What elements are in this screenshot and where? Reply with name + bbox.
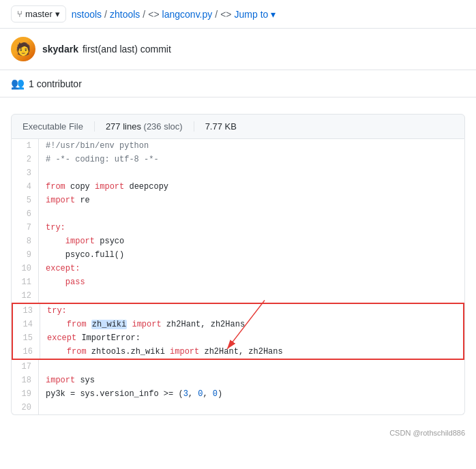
line-number[interactable]: 6 [12,207,39,221]
line-code: from copy import deepcopy [39,180,464,194]
line-code: # -*- coding: utf-8 -*- [39,153,464,166]
watermark-text: CSDN @rothschild886 [389,429,465,437]
line-number[interactable]: 20 [12,401,39,414]
line-code [39,166,464,180]
table-row: 9 psyco.full() [12,248,464,262]
line-number[interactable]: 16 [13,345,40,359]
branch-dropdown-icon: ▾ [55,9,60,19]
table-row: 4 from copy import deepcopy [12,180,464,194]
avatar-image: 🧑 [11,37,35,61]
line-code [39,289,464,303]
table-row: 14 from zh_wiki import zh2Hant, zh2Hans [12,318,464,331]
avatar: 🧑 [11,37,35,61]
watermark: CSDN @rothschild886 [0,426,476,442]
breadcrumb-file[interactable]: langconv.py [162,9,213,20]
line-number[interactable]: 11 [12,275,39,289]
line-number[interactable]: 5 [12,194,39,207]
table-row: 2 # -*- coding: utf-8 -*- [12,153,464,166]
branch-icon: ⑂ [17,9,23,19]
file-size: 7.77 KB [194,121,237,132]
table-row: 3 [12,166,464,180]
line-code: import sys [39,374,464,387]
jump-to-label: Jump to [235,9,269,20]
line-number[interactable]: 4 [12,180,39,194]
breadcrumb-sep-1: / [104,9,107,20]
table-row: 15 except ImportError: [12,331,464,345]
breadcrumb-sep-3: / [215,9,218,20]
code-table: 1 #!/usr/bin/env python 2 # -*- coding: … [12,139,464,414]
line-code [39,401,464,414]
line-number[interactable]: 14 [13,318,40,331]
file-lines-count: 277 lines [106,121,141,132]
line-code: py3k = sys.version_info >= (3, 0, 0) [39,387,464,401]
line-number[interactable]: 8 [12,234,39,248]
line-number[interactable]: 12 [12,289,39,303]
top-nav: ⑂ master ▾ nstools / zhtools / <> langco… [0,0,476,29]
line-number[interactable]: 19 [12,387,39,401]
line-number[interactable]: 17 [12,360,39,374]
jump-to-arrow: ▾ [271,9,276,20]
line-code: #!/usr/bin/env python [39,139,464,153]
jump-to[interactable]: Jump to ▾ [235,9,276,20]
table-row: 12 [12,289,464,303]
line-number[interactable]: 3 [12,166,39,180]
table-row: 18 import sys [12,374,464,387]
table-row: 13 try: [12,303,464,318]
branch-label: master [25,9,53,19]
commit-message: first(and last) commit [83,44,171,55]
table-row: 19 py3k = sys.version_info >= (3, 0, 0) [12,387,464,401]
breadcrumb: nstools / zhtools / <> langconv.py / <> … [72,9,276,20]
line-code: try: [40,304,463,318]
contributors-bar: 👥 1 contributor [0,70,476,97]
line-number[interactable]: 18 [12,374,39,387]
line-number[interactable]: 2 [12,153,39,166]
table-row: 7 try: [12,221,464,234]
line-code: psyco.full() [39,248,464,262]
table-row: 10 except: [12,262,464,275]
commit-info: skydark first(and last) commit [42,44,171,55]
line-code: from zh_wiki import zh2Hant, zh2Hans [40,318,463,331]
table-row: 5 import re [12,194,464,207]
line-number[interactable]: 1 [12,139,39,153]
contributors-icon: 👥 [11,77,25,90]
table-row: 17 [12,360,464,374]
branch-selector[interactable]: ⑂ master ▾ [11,5,66,22]
line-code [39,207,464,221]
file-info-bar: Executable File 277 lines (236 sloc) 7.7… [11,114,465,139]
commit-bar: 🧑 skydark first(and last) commit [0,29,476,70]
line-code: pass [39,275,464,289]
line-code: import re [39,194,464,207]
file-lines: 277 lines (236 sloc) [106,121,183,132]
commit-author[interactable]: skydark [42,44,78,55]
annotation-container: 1 #!/usr/bin/env python 2 # -*- coding: … [0,139,476,415]
code-icon: <> [148,9,159,20]
line-code [39,360,464,374]
line-number[interactable]: 9 [12,248,39,262]
line-code: try: [39,221,464,234]
line-code: except ImportError: [40,331,463,345]
table-row: 11 pass [12,275,464,289]
line-number[interactable]: 7 [12,221,39,234]
line-code: except: [39,262,464,275]
code-icon-2: <> [220,9,231,20]
line-number[interactable]: 13 [13,304,40,318]
table-row: 1 #!/usr/bin/env python [12,139,464,153]
table-row: 6 [12,207,464,221]
breadcrumb-zhtools[interactable]: zhtools [110,9,140,20]
file-sloc: (236 sloc) [144,121,183,132]
line-code: import psyco [39,234,464,248]
code-area: 1 #!/usr/bin/env python 2 # -*- coding: … [11,139,465,415]
breadcrumb-nstools[interactable]: nstools [72,9,102,20]
contributors-count: 1 contributor [29,78,82,89]
table-row: 20 [12,401,464,414]
file-type: Executable File [23,121,95,132]
table-row: 16 from zhtools.zh_wiki import zh2Hant, … [12,345,464,360]
breadcrumb-sep-2: / [143,9,145,20]
table-row: 8 import psyco [12,234,464,248]
line-code: from zhtools.zh_wiki import zh2Hant, zh2… [40,345,463,359]
line-number[interactable]: 15 [13,331,40,345]
line-number[interactable]: 10 [12,262,39,275]
